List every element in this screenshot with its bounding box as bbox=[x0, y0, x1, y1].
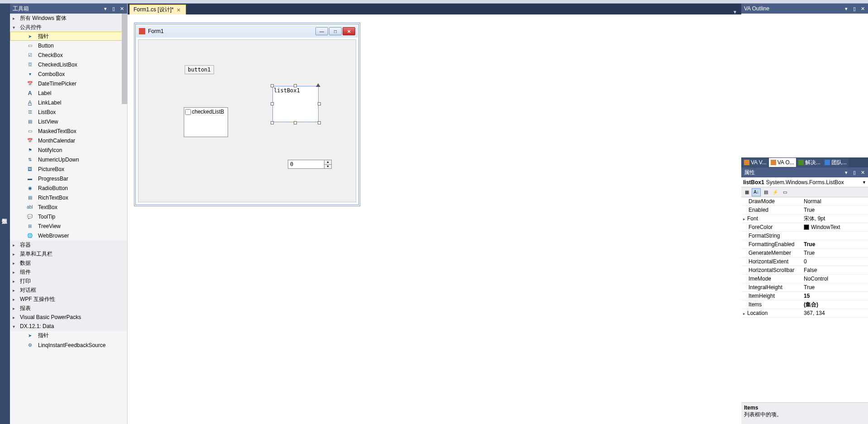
property-value[interactable]: True bbox=[802, 284, 868, 291]
toolbox-cat-reports[interactable]: ▸报表 bbox=[10, 304, 127, 313]
toolbox-item-radiobutton[interactable]: ◉RadioButton bbox=[10, 183, 127, 193]
toolbox-item-numericupdown[interactable]: ⇅NumericUpDown bbox=[10, 155, 127, 164]
toolbox-item-tooltip[interactable]: 💬ToolTip bbox=[10, 212, 127, 221]
toolbox-cat-menus[interactable]: ▸菜单和工具栏 bbox=[10, 249, 127, 258]
property-row[interactable]: ForeColorWindowText bbox=[741, 223, 868, 232]
form-button1[interactable]: button1 bbox=[185, 65, 214, 74]
form-numericupdown1[interactable]: 0 ▲ ▼ bbox=[288, 160, 332, 169]
props-categorized-button[interactable]: ▦ bbox=[742, 188, 751, 196]
tab-solution-explorer[interactable]: 解决... bbox=[796, 158, 822, 167]
toolbox-item-notifyicon[interactable]: ⚑NotifyIcon bbox=[10, 145, 127, 155]
toolbox-cat-wpf[interactable]: ▸WPF 互操作性 bbox=[10, 295, 127, 304]
toolbox-item-linqfeed[interactable]: ⚙LinqInstantFeedbackSource bbox=[10, 340, 127, 350]
toolbox-cat-components[interactable]: ▸组件 bbox=[10, 267, 127, 276]
property-row[interactable]: FormattingEnabledTrue bbox=[741, 240, 868, 249]
toolbox-cat-printing[interactable]: ▸打印 bbox=[10, 276, 127, 286]
toolbox-cat-dialogs[interactable]: ▸对话框 bbox=[10, 286, 127, 295]
va-outline-close-icon[interactable]: ✕ bbox=[860, 6, 865, 11]
toolbox-cat-vbpp[interactable]: ▸Visual Basic PowerPacks bbox=[10, 313, 127, 322]
toolbox-item-monthcalendar[interactable]: 📅MonthCalendar bbox=[10, 136, 127, 145]
properties-selector[interactable]: listBox1 System.Windows.Forms.ListBox ▼ bbox=[741, 177, 868, 187]
tab-va-outline[interactable]: VA O... bbox=[769, 158, 796, 167]
toolbox-item-listview[interactable]: ▤ListView bbox=[10, 117, 127, 126]
numeric-spin-down[interactable]: ▼ bbox=[324, 165, 331, 169]
design-surface[interactable]: Form1 — □ ✕ button1 checkedListB listBox… bbox=[128, 14, 741, 424]
document-tab-close-icon[interactable]: ✕ bbox=[176, 7, 182, 13]
toolbox-scrollbar[interactable] bbox=[122, 14, 127, 104]
toolbox-item-treeview[interactable]: ⊞TreeView bbox=[10, 221, 127, 231]
document-tabs-dropdown-icon[interactable]: ▼ bbox=[732, 10, 739, 14]
form-minimize-icon[interactable]: — bbox=[315, 27, 328, 35]
form-designer-window[interactable]: Form1 — □ ✕ button1 checkedListB listBox… bbox=[134, 23, 360, 206]
selection-handle-e[interactable] bbox=[318, 102, 321, 105]
properties-dropdown-icon[interactable]: ▾ bbox=[844, 170, 849, 175]
property-value[interactable]: Normal bbox=[802, 198, 868, 205]
toolbox-item-pointer2[interactable]: ➤指针 bbox=[10, 331, 127, 340]
property-row[interactable]: HorizontalExtent0 bbox=[741, 257, 868, 266]
property-row[interactable]: IntegralHeightTrue bbox=[741, 283, 868, 292]
property-row[interactable]: Items(集合) bbox=[741, 300, 868, 309]
va-outline-pin-icon[interactable]: ▯ bbox=[852, 6, 857, 11]
form-maximize-icon[interactable]: □ bbox=[329, 27, 342, 35]
property-value[interactable]: NoControl bbox=[802, 276, 868, 282]
toolbox-item-webbrowser[interactable]: 🌐WebBrowser bbox=[10, 231, 127, 240]
selection-handle-s[interactable] bbox=[294, 121, 297, 124]
toolbox-item-richtextbox[interactable]: ▤RichTextBox bbox=[10, 193, 127, 202]
form-client-area[interactable]: button1 checkedListB listBox1 0 bbox=[138, 39, 356, 202]
property-row[interactable]: EnabledTrue bbox=[741, 206, 868, 214]
toolbox-item-textbox[interactable]: ablTextBox bbox=[10, 202, 127, 212]
document-tab-form1[interactable]: Form1.cs [设计]* ✕ bbox=[129, 5, 186, 14]
form-close-icon[interactable]: ✕ bbox=[343, 27, 355, 35]
property-row[interactable]: DrawModeNormal bbox=[741, 197, 868, 206]
properties-selector-dropdown-icon[interactable]: ▼ bbox=[862, 180, 866, 185]
toolbox-cat-common[interactable]: ▾公共控件 bbox=[10, 23, 127, 32]
form-listbox1[interactable]: listBox1 bbox=[272, 86, 319, 122]
property-value[interactable]: 宋体, 9pt bbox=[802, 215, 868, 223]
property-row[interactable]: ImeModeNoControl bbox=[741, 275, 868, 283]
property-row[interactable]: HorizontalScrollbarFalse bbox=[741, 266, 868, 275]
property-value[interactable]: 0 bbox=[802, 258, 868, 265]
toolbox-cat-data[interactable]: ▸数据 bbox=[10, 258, 127, 267]
properties-pin-icon[interactable]: ▯ bbox=[852, 170, 857, 175]
selection-handle-se[interactable] bbox=[318, 121, 321, 124]
property-value[interactable]: 367, 134 bbox=[802, 310, 868, 316]
property-row[interactable]: Font宋体, 9pt bbox=[741, 214, 868, 223]
selection-handle-sw[interactable] bbox=[271, 121, 274, 124]
datasource-vertical-tab[interactable]: 数据源 bbox=[0, 4, 10, 424]
selection-handle-w[interactable] bbox=[271, 102, 274, 105]
property-value[interactable]: WindowText bbox=[802, 224, 868, 230]
selection-handle-n[interactable] bbox=[294, 84, 297, 87]
toolbox-item-pointer[interactable]: ➤指针 bbox=[10, 32, 127, 41]
toolbox-cat-dxdata[interactable]: ▾DX.12.1: Data bbox=[10, 322, 127, 331]
toolbox-pin-icon[interactable]: ▯ bbox=[111, 6, 116, 11]
props-events-button[interactable]: ⚡ bbox=[771, 188, 780, 196]
toolbox-item-checkbox[interactable]: ☑CheckBox bbox=[10, 50, 127, 60]
property-value[interactable]: True bbox=[802, 207, 868, 213]
tab-va-view[interactable]: VA V... bbox=[742, 158, 768, 167]
props-props-button[interactable]: ▤ bbox=[761, 188, 770, 196]
toolbox-item-checkedlistbox[interactable]: ☲CheckedListBox bbox=[10, 60, 127, 69]
toolbox-item-button[interactable]: ▭Button bbox=[10, 41, 127, 50]
props-alphabetical-button[interactable]: A↓ bbox=[752, 188, 761, 196]
property-value[interactable]: True bbox=[802, 250, 868, 256]
property-row[interactable]: Location367, 134 bbox=[741, 309, 868, 318]
properties-grid[interactable]: DrawModeNormalEnabledTrueFont宋体, 9ptFore… bbox=[741, 197, 868, 402]
toolbox-item-progressbar[interactable]: ▬ProgressBar bbox=[10, 174, 127, 183]
toolbox-item-listbox[interactable]: ☰ListBox bbox=[10, 107, 127, 117]
numeric-spin-up[interactable]: ▲ bbox=[324, 160, 331, 165]
property-value[interactable]: 15 bbox=[802, 293, 868, 299]
property-row[interactable]: FormatString bbox=[741, 232, 868, 240]
toolbox-item-label[interactable]: ALabel bbox=[10, 88, 127, 98]
props-pages-button[interactable]: ▭ bbox=[780, 188, 789, 196]
properties-close-icon[interactable]: ✕ bbox=[860, 170, 865, 175]
toolbox-close-icon[interactable]: ✕ bbox=[119, 6, 124, 11]
tab-team[interactable]: 团队... bbox=[823, 158, 849, 167]
selection-handle-nw[interactable] bbox=[271, 84, 274, 87]
checkedlist-checkbox[interactable] bbox=[185, 109, 191, 115]
property-row[interactable]: GenerateMemberTrue bbox=[741, 249, 868, 257]
toolbox-cat-containers[interactable]: ▸容器 bbox=[10, 240, 127, 249]
property-row[interactable]: ItemHeight15 bbox=[741, 292, 868, 300]
form-checkedlistbox1[interactable]: checkedListB bbox=[184, 107, 228, 137]
property-value[interactable]: True bbox=[802, 241, 868, 248]
va-outline-dropdown-icon[interactable]: ▾ bbox=[844, 6, 849, 11]
